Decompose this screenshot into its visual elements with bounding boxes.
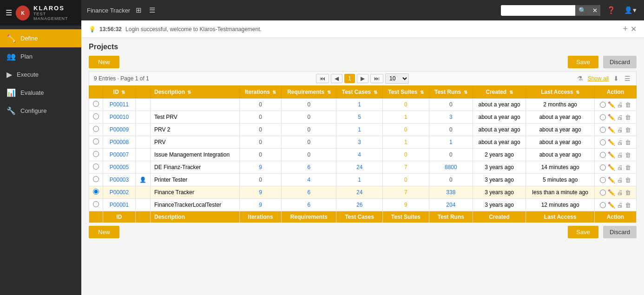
new-button-bottom[interactable]: New (89, 226, 119, 238)
edit-icon[interactable]: ✏️ (608, 114, 615, 121)
edit-icon[interactable]: ✏️ (608, 189, 615, 196)
search-clear-button[interactable]: ✕ (590, 5, 600, 16)
edit-icon[interactable]: ✏️ (608, 177, 615, 184)
row-radio[interactable] (93, 151, 99, 157)
col-iterations[interactable]: Iterations ⇅ (239, 86, 281, 98)
row-requirements[interactable]: 6 (282, 161, 336, 174)
edit-icon[interactable]: ✏️ (608, 139, 615, 146)
delete-icon[interactable]: 🗑 (625, 202, 631, 209)
row-test-runs[interactable]: 1 (429, 136, 473, 149)
sidebar-item-execute[interactable]: ▶ Execute (0, 66, 81, 84)
notification-add-button[interactable]: + (623, 24, 628, 34)
row-radio[interactable] (93, 201, 99, 207)
delete-icon[interactable]: 🗑 (625, 151, 631, 158)
print-icon[interactable]: 🖨 (617, 151, 623, 158)
row-test-suites[interactable]: 0 (382, 98, 429, 111)
row-iterations[interactable]: 0 (239, 136, 281, 149)
print-icon[interactable]: 🖨 (617, 139, 623, 146)
save-button-top[interactable]: Save (568, 56, 598, 68)
page-1-button[interactable]: 1 (344, 74, 355, 83)
delete-icon[interactable]: 🗑 (625, 164, 631, 171)
row-test-suites[interactable]: 1 (382, 111, 429, 124)
print-icon[interactable]: 🖨 (617, 114, 623, 121)
search-input[interactable] (501, 5, 575, 15)
sidebar-item-evaluate[interactable]: 📊 Evaluate (0, 84, 81, 102)
discard-button-bottom[interactable]: Discard (603, 226, 637, 238)
row-id[interactable]: P00011 (103, 98, 136, 111)
row-test-suites[interactable]: 0 (382, 149, 429, 161)
row-test-suites[interactable]: 0 (382, 174, 429, 186)
col-created[interactable]: Created ⇅ (473, 86, 526, 98)
row-id[interactable]: P00005 (103, 161, 136, 174)
row-radio[interactable] (93, 176, 99, 182)
row-action-radio[interactable] (600, 127, 606, 133)
row-requirements[interactable]: 0 (282, 149, 336, 161)
page-last-button[interactable]: ⏭ (370, 74, 383, 83)
row-requirements[interactable]: 0 (282, 124, 336, 136)
row-test-runs[interactable]: 8800 (429, 161, 473, 174)
page-next-button[interactable]: ▶ (357, 74, 368, 83)
print-icon[interactable]: 🖨 (617, 189, 623, 196)
print-icon[interactable]: 🖨 (617, 126, 623, 133)
row-test-cases[interactable]: 4 (336, 149, 382, 161)
row-requirements[interactable]: 0 (282, 136, 336, 149)
col-test-suites[interactable]: Test Suites ⇅ (382, 86, 429, 98)
delete-icon[interactable]: 🗑 (625, 189, 631, 196)
row-test-suites[interactable]: 1 (382, 136, 429, 149)
row-iterations[interactable]: 0 (239, 111, 281, 124)
delete-icon[interactable]: 🗑 (625, 126, 631, 133)
row-requirements[interactable]: 0 (282, 111, 336, 124)
delete-icon[interactable]: 🗑 (625, 101, 631, 108)
row-id[interactable]: P00008 (103, 136, 136, 149)
row-test-suites[interactable]: 0 (382, 124, 429, 136)
help-icon[interactable]: ❓ (605, 5, 618, 15)
show-all-button[interactable]: Show all (588, 75, 609, 82)
edit-icon[interactable]: ✏️ (608, 101, 615, 108)
row-test-runs[interactable]: 0 (429, 98, 473, 111)
search-button[interactable]: 🔍 (575, 5, 590, 16)
row-requirements[interactable]: 4 (282, 174, 336, 186)
row-id[interactable]: P00009 (103, 124, 136, 136)
page-prev-button[interactable]: ◀ (331, 74, 342, 83)
row-iterations[interactable]: 0 (239, 149, 281, 161)
row-iterations[interactable]: 9 (239, 199, 281, 211)
row-id[interactable]: P00002 (103, 186, 136, 199)
row-test-cases[interactable]: 24 (336, 186, 382, 199)
row-radio[interactable] (93, 189, 99, 195)
row-test-cases[interactable]: 26 (336, 199, 382, 211)
edit-icon[interactable]: ✏️ (608, 164, 615, 171)
row-action-radio[interactable] (600, 164, 606, 170)
row-radio[interactable] (93, 126, 99, 132)
row-iterations[interactable]: 9 (239, 186, 281, 199)
row-action-radio[interactable] (600, 177, 606, 183)
row-test-runs[interactable]: 338 (429, 186, 473, 199)
row-requirements[interactable]: 6 (282, 186, 336, 199)
row-test-runs[interactable]: 204 (429, 199, 473, 211)
col-test-runs[interactable]: Test Runs ⇅ (429, 86, 473, 98)
row-test-suites[interactable]: 7 (382, 161, 429, 174)
row-test-cases[interactable]: 1 (336, 98, 382, 111)
col-id[interactable]: ID ⇅ (103, 86, 136, 98)
col-requirements[interactable]: Requirements ⇅ (282, 86, 336, 98)
discard-button-top[interactable]: Discard (603, 56, 637, 68)
row-test-runs[interactable]: 3 (429, 111, 473, 124)
delete-icon[interactable]: 🗑 (625, 114, 631, 121)
row-action-radio[interactable] (600, 114, 606, 120)
row-test-runs[interactable]: 0 (429, 149, 473, 161)
export-icon[interactable]: ⬇ (612, 75, 620, 82)
row-test-cases[interactable]: 1 (336, 124, 382, 136)
row-action-radio[interactable] (600, 102, 606, 108)
row-radio[interactable] (93, 138, 99, 144)
edit-icon[interactable]: ✏️ (608, 151, 615, 158)
topbar-project-icon1[interactable]: ⊞ (134, 5, 144, 15)
row-requirements[interactable]: 6 (282, 199, 336, 211)
row-test-runs[interactable]: 0 (429, 124, 473, 136)
sidebar-item-configure[interactable]: 🔧 Configure (0, 102, 81, 120)
notification-close-button[interactable]: ✕ (631, 24, 637, 34)
print-icon[interactable]: 🖨 (617, 101, 623, 108)
row-iterations[interactable]: 0 (239, 124, 281, 136)
filter-icon[interactable]: ⚗ (576, 75, 584, 82)
delete-icon[interactable]: 🗑 (625, 139, 631, 146)
user-icon[interactable]: 👤▾ (622, 5, 638, 15)
col-last-access[interactable]: Last Access ⇅ (526, 86, 595, 98)
